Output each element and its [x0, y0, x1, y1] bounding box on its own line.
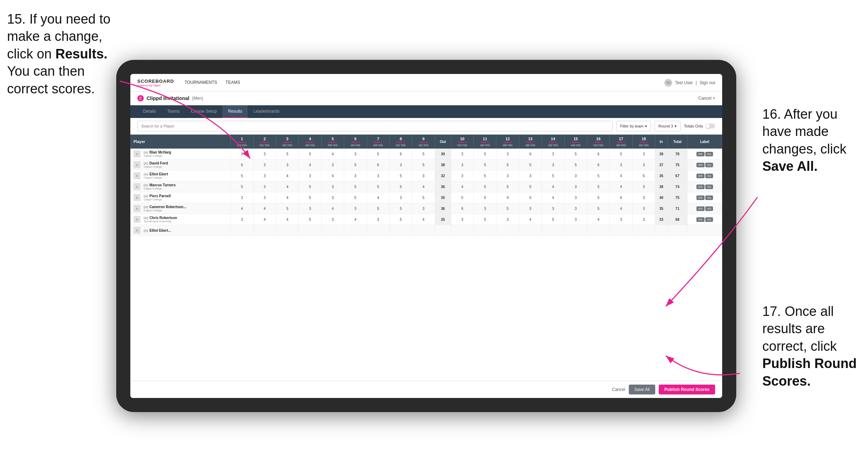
footer-cancel-btn[interactable]: Cancel: [612, 387, 625, 392]
sub-nav: Details Teams Course Setup Results Leade…: [130, 105, 722, 118]
totals-toggle: Totals Only: [684, 124, 715, 129]
nav-teams[interactable]: TEAMS: [225, 79, 240, 87]
empty-cell: [412, 225, 435, 236]
hole-16-score: 5: [587, 170, 610, 181]
hole-1-score: 3: [231, 192, 253, 203]
player-name: (A)Blair McHarg: [144, 150, 171, 154]
dq-button[interactable]: DQ: [705, 174, 713, 178]
dq-button[interactable]: DQ: [705, 185, 713, 189]
filter-by-team-btn[interactable]: Filter by team ▾: [616, 121, 651, 131]
instruction-17-bold: Publish Round Scores.: [762, 356, 857, 388]
dq-button[interactable]: DQ: [705, 195, 713, 200]
hole-2-score: 4: [253, 203, 276, 214]
total-col-header: Total: [668, 135, 687, 149]
wd-button[interactable]: WD: [696, 174, 705, 178]
hole-15-score: 5: [564, 149, 587, 160]
tournament-gender: (Men): [192, 96, 203, 101]
label-cell: WDDQ: [687, 160, 722, 170]
hole-10-score: 6: [451, 203, 473, 214]
wd-button[interactable]: WD: [696, 195, 705, 200]
label-cell: WDDQ: [687, 170, 722, 181]
player-info: (A)David Ford Clippd College: [144, 161, 168, 168]
hole-1-score: 3: [231, 214, 253, 225]
tab-details[interactable]: Details: [137, 105, 162, 118]
hole-1-score: 5: [231, 170, 253, 181]
wd-button[interactable]: WD: [696, 206, 705, 211]
footer-publish-btn[interactable]: Publish Round Scores: [659, 385, 715, 394]
empty-cell: [587, 225, 610, 236]
score-table: Player 1 PAR 4 370 YDS 2 PAR 5: [130, 135, 722, 236]
logo-area: SCOREBOARD Powered by clippd: [137, 79, 174, 87]
totals-toggle-switch[interactable]: [705, 124, 715, 129]
hole-6-score: 3: [344, 203, 367, 214]
hole-14-score: 3: [542, 203, 564, 214]
tournament-icon: C: [137, 95, 144, 101]
tab-course-setup[interactable]: Course Setup: [185, 105, 222, 118]
dq-button[interactable]: DQ: [705, 152, 713, 156]
hole-18-score: 3: [632, 203, 655, 214]
hole-3-score: 5: [276, 203, 298, 214]
hole-11-score: 5: [473, 160, 496, 170]
player-name: (A)David Ford: [144, 161, 168, 165]
dq-button[interactable]: DQ: [705, 163, 713, 167]
hole-10-score: 3: [451, 170, 473, 181]
hole-14-score: 3: [542, 149, 564, 160]
tab-results[interactable]: Results: [222, 105, 248, 118]
hole-1-score: 4: [231, 203, 253, 214]
hole-9-score: 5: [412, 192, 435, 203]
cancel-tournament-btn[interactable]: Cancel ×: [698, 96, 715, 101]
hole-11-score: 3: [473, 203, 496, 214]
empty-cell: [519, 225, 541, 236]
hole-15-score: 3: [564, 181, 587, 192]
dq-button[interactable]: DQ: [705, 206, 713, 211]
hole-8-score: 5: [390, 170, 412, 181]
hole-6-score: 5: [344, 160, 367, 170]
wd-button[interactable]: WD: [696, 152, 705, 156]
hole-5-score: 3: [321, 181, 344, 192]
total-score: 68: [668, 214, 687, 225]
search-input[interactable]: [137, 121, 613, 131]
tab-leaderboards[interactable]: Leaderboards: [248, 105, 285, 118]
table-row: S (A)Marcus Turners Clippd College 53453…: [131, 181, 722, 192]
top-nav: SCOREBOARD Powered by clippd TOURNAMENTS…: [130, 74, 722, 92]
wd-button[interactable]: WD: [696, 217, 705, 222]
table-row: S (A)Blair McHarg Clippd College 3355435…: [131, 149, 722, 160]
hole-12-score: 5: [496, 160, 519, 170]
hole-11-score: 5: [473, 181, 496, 192]
wd-button[interactable]: WD: [696, 185, 705, 189]
hole-13-score: 3: [519, 170, 541, 181]
player-affil: Clippd College: [144, 176, 168, 179]
out-score: 36: [435, 181, 451, 192]
out-score: 38: [435, 160, 451, 170]
footer-save-btn[interactable]: Save All: [629, 385, 655, 394]
hole-11-score: 5: [473, 170, 496, 181]
table-row: S (A)Cameron Robertson... Clippd College…: [131, 203, 722, 214]
hole-2-score: 4: [253, 214, 276, 225]
hole-15-score: 5: [564, 160, 587, 170]
hole-7-header: 7 PAR 4 445 YDS: [367, 135, 389, 149]
hole-16-header: 16 PAR 5 510 YDS: [587, 135, 610, 149]
hole-2-header: 2 PAR 5 511 YDS: [253, 135, 276, 149]
wd-button[interactable]: WD: [696, 163, 705, 167]
player-info: (A)Elliot Ebert...: [144, 229, 171, 232]
dq-button[interactable]: DQ: [705, 217, 713, 222]
tablet-frame: SCOREBOARD Powered by clippd TOURNAMENTS…: [116, 60, 736, 412]
hole-8-score: 6: [390, 149, 412, 160]
nav-tournaments[interactable]: TOURNAMENTS: [185, 79, 217, 87]
player-cell: S (A)Marcus Turners Clippd College: [131, 181, 231, 192]
hole-15-score: 3: [564, 170, 587, 181]
tab-teams[interactable]: Teams: [162, 105, 185, 118]
hole-8-header: 8 PAR 4 391 YDS: [390, 135, 412, 149]
hole-5-score: 3: [321, 192, 344, 203]
sign-out-link[interactable]: Sign out: [700, 80, 715, 85]
empty-cell: [564, 225, 587, 236]
empty-cell: [367, 225, 389, 236]
player-avatar: S: [134, 183, 141, 190]
round-selector-btn[interactable]: Round 3 ▾: [655, 121, 681, 131]
in-score: 35: [655, 203, 668, 214]
hole-2-score: 3: [253, 181, 276, 192]
hole-4-score: 3: [299, 203, 321, 214]
hole-18-score: 3: [632, 149, 655, 160]
total-score: 75: [668, 160, 687, 170]
hole-18-score: 6: [632, 170, 655, 181]
